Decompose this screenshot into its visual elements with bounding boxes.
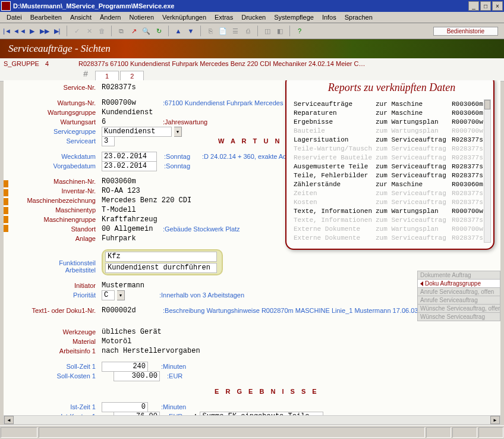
note-prioritaet: :Innerhalb von 3 Arbeitstagen <box>159 291 244 299</box>
scroll-left-icon[interactable]: ◄ <box>4 416 14 424</box>
label-soll-zeit1: Soll-Zeit 1 <box>10 363 102 370</box>
sidemenu-item[interactable]: Doku Auftragsgruppe <box>417 279 500 288</box>
close-button[interactable]: × <box>492 1 503 11</box>
nav-last-icon[interactable]: ▶| <box>52 26 62 36</box>
note-wartungs-nr: :67100 Kundendienst Fuhrpark Mercedes Be <box>163 99 293 106</box>
value-initiator: Mustermann <box>102 281 144 290</box>
input-ist-zeit1[interactable]: 0 <box>102 402 148 412</box>
input-soll-zeit1[interactable]: 240 <box>102 362 148 372</box>
print-icon[interactable]: ⎙ <box>243 26 253 36</box>
export-icon[interactable]: ↗ <box>129 26 138 36</box>
label-wartungsart: Wartungsart <box>10 118 102 126</box>
report-row[interactable]: Reparaturenzur MaschineR003060m <box>294 109 490 118</box>
menu-drucken[interactable]: Drucken <box>237 13 270 21</box>
report-row[interactable]: Zählerständezur MaschineR003060m <box>294 180 490 189</box>
nav-next-icon[interactable]: ▶▶ <box>40 26 49 36</box>
menu-infos[interactable]: Infos <box>318 13 341 21</box>
scrollbar-thumb[interactable] <box>484 100 490 109</box>
label-vorgabedatum: Vorgabedatum <box>10 162 102 170</box>
note-ist-zeit: :Minuten <box>161 403 186 410</box>
input-weckdatum[interactable]: 23.02.2014 <box>102 152 157 162</box>
label-weckdatum: Weckdatum <box>10 153 102 160</box>
doc-icon[interactable]: 📄 <box>218 26 228 36</box>
refresh-icon[interactable]: ↻ <box>154 26 163 36</box>
menu-systempflege[interactable]: Systempflege <box>270 13 318 21</box>
history-button[interactable]: Bedienhistorie <box>433 27 498 36</box>
report-row[interactable]: Lagersituationzum ServiceauftragR028377s <box>294 136 490 145</box>
select-prioritaet[interactable]: C▼ <box>102 291 125 300</box>
note-weckdatum-day: :Sonntag <box>164 153 190 160</box>
menubar: Datei Bearbeiten Ansicht Ändern Notieren… <box>0 12 504 23</box>
help-icon[interactable]: ? <box>295 26 304 36</box>
input-vorgabedatum[interactable]: 23.02.2014 <box>102 161 157 171</box>
label-servicegruppe: Servicegruppe <box>10 128 102 135</box>
menu-sprachen[interactable]: Sprachen <box>341 13 377 21</box>
input-serviceart[interactable]: 3 <box>102 136 115 146</box>
app-icon <box>1 1 11 11</box>
cancel-icon[interactable]: ✕ <box>84 26 94 36</box>
input-funktionsteil[interactable]: Kfz <box>105 252 217 262</box>
window-title: D:\Mustermann\_MService_Programm\MServic… <box>13 2 467 10</box>
menu-extras[interactable]: Extras <box>210 13 237 21</box>
report-row: Texte, Informationenzum ServiceauftragR0… <box>294 216 490 225</box>
menu-notieren[interactable]: Notieren <box>125 13 158 21</box>
sidemenu-item[interactable]: Wünsche Serviceauftrag, offen <box>417 304 500 313</box>
menu-aendern[interactable]: Ändern <box>96 13 125 21</box>
tab-bar: # 1 2 <box>0 69 504 81</box>
report-row[interactable]: Teile, Fehlerbilderzum ServiceauftragR02… <box>294 171 490 180</box>
list-icon[interactable]: ☰ <box>231 26 240 36</box>
value-wartungsart: 6 <box>102 118 158 126</box>
label-werkzeuge: Werkzeuge <box>10 328 102 335</box>
record-summary: R028377s 67100 Kundendienst Fuhrpark Mer… <box>55 60 500 67</box>
panel-scrollbar[interactable] <box>484 99 491 243</box>
sidemenu-item[interactable]: Anrufe Serviceauftrag, offen <box>417 287 500 296</box>
nav-play-icon[interactable]: ▶ <box>27 26 37 36</box>
tree-icon[interactable]: ◧ <box>275 26 285 36</box>
input-arbeitstitel[interactable]: Kundendienst durchführen <box>105 263 217 273</box>
up-icon[interactable]: ▲ <box>174 26 183 36</box>
menu-ansicht[interactable]: Ansicht <box>66 13 96 21</box>
report-row[interactable]: Serviceaufträgezur MaschineR003060m <box>294 100 490 109</box>
report-row[interactable]: Ausgemusterte Teilezum ServiceauftragR02… <box>294 162 490 171</box>
note-weckdatum-calc: :D 24.02.14 + 360, exakte Add <box>202 153 290 160</box>
label-anlage: Anlage <box>10 235 102 242</box>
value-anlage: Fuhrpark <box>102 234 136 243</box>
status-cell <box>39 427 425 438</box>
minimize-button[interactable]: _ <box>468 1 479 11</box>
tab-2[interactable]: 2 <box>120 71 144 81</box>
check-icon[interactable]: ✓ <box>72 26 81 36</box>
report-row: Reservierte Bauteilezum ServiceauftragR0… <box>294 153 490 162</box>
page-header: Serviceaufträge - Sichten <box>0 39 504 58</box>
tab-1[interactable]: 1 <box>95 71 119 81</box>
label-soll-kosten1: Soll-Kosten 1 <box>10 372 102 380</box>
value-maschinentyp: T-Modell <box>102 206 136 214</box>
search-icon[interactable]: 🔍 <box>141 26 151 36</box>
menu-bearbeiten[interactable]: Bearbeiten <box>26 13 66 21</box>
sidemenu-item[interactable]: Wünsche Serviceauftrag <box>417 312 500 321</box>
sidemenu-item[interactable]: Anrufe Serviceauftrag <box>417 296 500 305</box>
report-row: Bauteilezum WartungsplanR000700w <box>294 127 490 136</box>
copy-icon[interactable]: ⧉ <box>116 26 126 36</box>
scroll-right-icon[interactable]: ► <box>490 416 500 424</box>
nav-first-icon[interactable]: |◄ <box>2 26 12 36</box>
menu-verknuepfungen[interactable]: Verknüpfungen <box>158 13 210 21</box>
report-row[interactable]: Ergebnissezum WartungsplanR000700w <box>294 118 490 127</box>
delete-icon[interactable]: 🗑 <box>97 26 106 36</box>
down-icon[interactable]: ▼ <box>186 26 196 36</box>
label-material: Material <box>10 338 102 345</box>
link-icon[interactable]: ⎘ <box>206 26 215 36</box>
hash-icon: # <box>83 69 88 79</box>
note-standort: :Gebäude Stockwerk Platz <box>163 225 240 233</box>
menu-datei[interactable]: Datei <box>2 13 26 21</box>
input-soll-kosten1[interactable]: 300.00 <box>114 371 160 381</box>
calendar-icon[interactable]: ◫ <box>263 26 272 36</box>
report-row[interactable]: Texte, Informationenzum WartungsplanR000… <box>294 207 490 216</box>
sidemenu-item[interactable]: Dokumente Auftrag <box>417 271 500 280</box>
maximize-button[interactable]: □ <box>480 1 491 11</box>
select-servicegruppe[interactable]: Kundendienst▼ <box>102 127 182 136</box>
note-vorgabedatum: :Sonntag <box>164 162 190 170</box>
horizontal-scrollbar[interactable]: ◄ ► <box>4 415 500 425</box>
label-funktionsteil: Funktionsteil <box>10 258 102 266</box>
label-ist-zeit1: Ist-Zeit 1 <box>10 403 102 410</box>
nav-prev-icon[interactable]: ◄◄ <box>15 26 24 36</box>
